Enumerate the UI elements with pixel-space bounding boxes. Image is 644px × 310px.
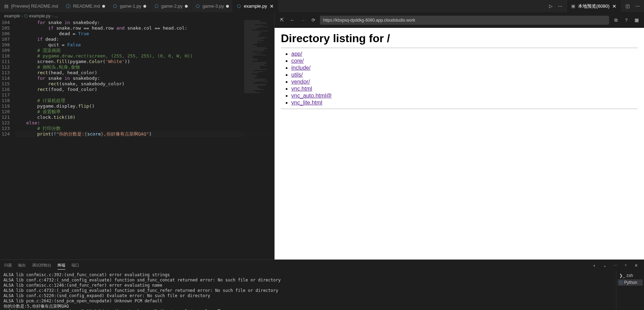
tab-label: example.py [244, 3, 267, 9]
modified-indicator [185, 5, 188, 8]
directory-link[interactable]: vnc_lite.html [291, 100, 322, 106]
code-editor-pane: example › ⬡ example.py › ... 10410510610… [0, 12, 274, 259]
breadcrumb-item[interactable]: example.py [29, 14, 50, 18]
terminal-line: 你的分数是:5,你好像有点菜啊QAQ [3, 304, 613, 309]
tab-label: game-2.py [161, 3, 182, 9]
run-icon[interactable]: ▷ [547, 2, 555, 10]
file-icon: ▣ [570, 3, 576, 9]
panel-tab[interactable]: 问题 [4, 261, 12, 270]
editor-tab[interactable]: ⬡ game-2.py [150, 0, 191, 12]
open-external-icon[interactable]: ⇱ [278, 16, 286, 24]
terminal-icon: ⬡ [619, 280, 623, 285]
panel-tab[interactable]: 输出 [18, 261, 26, 270]
directory-item: vnc.html [291, 86, 638, 92]
more-icon[interactable]: ⋯ [556, 2, 564, 10]
directory-item: utils/ [291, 72, 638, 78]
directory-link[interactable]: vnc_auto.html@ [291, 93, 332, 99]
terminal-list-item[interactable]: ❯_zsh [618, 272, 643, 279]
new-terminal-icon[interactable]: ＋ [590, 262, 598, 269]
tab-label: [Preview] README.md [11, 3, 58, 9]
terminal-list: ❯_zsh⬡Python [616, 271, 644, 310]
editor-tab[interactable]: ⬡ game-1.py [109, 0, 150, 12]
right-tab-actions: ◫ ⋯ [621, 2, 644, 10]
terminal-line: ALSA lib confmisc.c:392:(snd_func_concat… [3, 272, 613, 278]
breadcrumb-item[interactable]: example [4, 14, 20, 18]
directory-item: app/ [291, 51, 638, 57]
tab-label: 本地预览(6080) [578, 3, 609, 9]
editor-tab[interactable]: ⬡ example.py ✕ [233, 0, 278, 12]
terminal-line: ALSA lib conf.c:4732:(_snd_config_evalua… [3, 288, 613, 293]
preview-url-input[interactable] [320, 16, 609, 25]
close-panel-icon[interactable]: ✕ [632, 262, 640, 269]
directory-item: include/ [291, 65, 638, 71]
devices-icon[interactable]: ⧉ [612, 16, 620, 24]
file-icon: ⬡ [153, 3, 159, 9]
terminal-line: ALSA lib conf.c:5220:(snd_config_expand)… [3, 293, 613, 299]
editor-tab[interactable]: ⬡ game-3.py [192, 0, 233, 12]
directory-link[interactable]: core/ [291, 58, 304, 64]
file-icon: ⬡ [112, 3, 118, 9]
close-tab-icon[interactable]: ✕ [612, 3, 617, 9]
terminal-icon: ❯_ [619, 273, 625, 278]
tab-label: game-1.py [120, 3, 141, 9]
preview-content[interactable]: Directory listing for / app/core/include… [275, 28, 644, 259]
directory-link[interactable]: vendor/ [291, 79, 310, 85]
directory-item: vendor/ [291, 79, 638, 85]
editor-tab[interactable]: ⓘ README.md [62, 0, 108, 12]
modified-indicator [102, 5, 105, 8]
terminal-line: ALSA lib conf.c:4732:(_snd_config_evalua… [3, 278, 613, 283]
panel-tab[interactable]: 调试控制台 [32, 261, 51, 270]
directory-link[interactable]: app/ [291, 51, 302, 57]
file-icon: ▤ [3, 3, 9, 9]
editor-tab[interactable]: ▣ 本地预览(6080) ✕ [567, 0, 621, 12]
qr-icon[interactable]: ▦ [633, 16, 641, 24]
file-icon: ⬡ [195, 3, 201, 9]
directory-link[interactable]: vnc.html [291, 86, 312, 92]
panel-tabs: 问题输出调试控制台终端端口 ＋ ⌄ ⋯ ＾ ✕ [0, 260, 644, 271]
modified-indicator [143, 5, 146, 8]
terminal-line: ALSA lib pcm.c:2642:(snd_pcm_open_noupda… [3, 299, 613, 304]
terminal-output[interactable]: ALSA lib confmisc.c:392:(snd_func_concat… [0, 271, 616, 310]
directory-link[interactable]: utils/ [291, 72, 303, 78]
more-right-icon[interactable]: ⋯ [634, 2, 641, 10]
back-icon[interactable]: ← [289, 16, 296, 24]
file-icon: ⓘ [65, 3, 71, 9]
panel-more-icon[interactable]: ⋯ [611, 262, 619, 269]
terminal-label: zsh [627, 273, 633, 278]
breadcrumbs[interactable]: example › ⬡ example.py › ... [0, 12, 274, 20]
directory-item: vnc_auto.html@ [291, 93, 638, 99]
preview-pane: ⇱ ← → ⟳ ⧉ ？ ▦ Directory listing for / ap… [274, 12, 644, 259]
modified-indicator [226, 5, 229, 8]
terminal-list-item[interactable]: ⬡Python [618, 279, 643, 286]
directory-heading: Directory listing for / [281, 32, 638, 45]
reload-icon[interactable]: ⟳ [309, 16, 317, 24]
file-icon: ⬡ [236, 3, 242, 9]
breadcrumb-item[interactable]: ... [55, 14, 58, 18]
preview-toolbar: ⇱ ← → ⟳ ⧉ ？ ▦ [275, 12, 644, 28]
maximize-panel-icon[interactable]: ＾ [622, 262, 629, 269]
terminal-dropdown-icon[interactable]: ⌄ [601, 262, 608, 269]
editor-tab[interactable]: ▤ [Preview] README.md [0, 0, 62, 12]
directory-link[interactable]: include/ [291, 65, 310, 71]
tab-label: README.md [73, 3, 100, 9]
terminal-line: ALSA lib confmisc.c:1246:(snd_func_refer… [3, 283, 613, 288]
panel-tab[interactable]: 终端 [58, 261, 65, 270]
directory-item: core/ [291, 58, 638, 64]
split-layout-icon[interactable]: ◫ [624, 2, 631, 10]
minimap[interactable] [243, 20, 274, 259]
editor-tab-bar: ▤ [Preview] README.md ⓘ README.md ⬡ game… [0, 0, 644, 12]
forward-icon[interactable]: → [299, 16, 307, 24]
bottom-panel: 问题输出调试控制台终端端口 ＋ ⌄ ⋯ ＾ ✕ ALSA lib confmis… [0, 259, 644, 310]
terminal-label: Python [624, 280, 637, 285]
help-icon[interactable]: ？ [622, 16, 630, 24]
code-editor[interactable]: 1041051061071081091101111121131141151161… [0, 20, 274, 259]
directory-item: vnc_lite.html [291, 100, 638, 106]
editor-tab-actions: ▷ ⋯ [544, 2, 567, 10]
close-tab-icon[interactable]: ✕ [269, 3, 275, 9]
panel-tab[interactable]: 端口 [72, 261, 79, 270]
tab-label: game-3.py [203, 3, 224, 9]
